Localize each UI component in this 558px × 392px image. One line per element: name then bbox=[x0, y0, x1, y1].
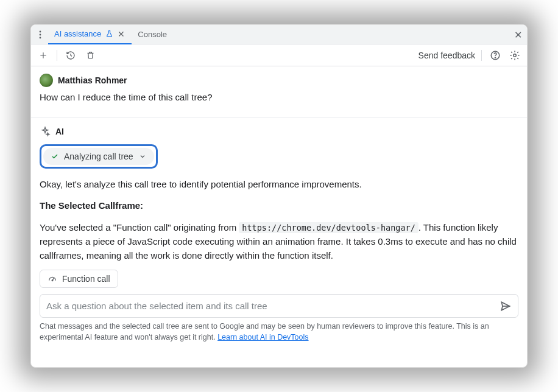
new-chat-button[interactable] bbox=[36, 48, 51, 63]
tab-label: AI assistance bbox=[54, 29, 101, 38]
tab-console[interactable]: Console bbox=[132, 25, 173, 44]
panel-window: AI assistance ✕ Console ✕ Send feedback bbox=[30, 24, 528, 368]
code-span: https://chrome.dev/devtools-hangar/ bbox=[239, 222, 418, 233]
delete-button[interactable] bbox=[83, 48, 97, 63]
sparkle-icon bbox=[40, 126, 51, 137]
ai-header: AI bbox=[40, 126, 518, 137]
send-feedback-link[interactable]: Send feedback bbox=[418, 51, 475, 60]
separator bbox=[481, 50, 482, 61]
plus-icon bbox=[39, 51, 48, 60]
gear-icon bbox=[509, 50, 520, 61]
chat-content: Matthias Rohmer How can I reduce the tim… bbox=[31, 66, 527, 367]
history-icon bbox=[66, 51, 76, 60]
tab-label: Console bbox=[138, 30, 167, 39]
history-button[interactable] bbox=[63, 48, 78, 63]
settings-button[interactable] bbox=[507, 48, 522, 63]
close-panel-button[interactable]: ✕ bbox=[514, 29, 522, 40]
svg-point-5 bbox=[514, 54, 517, 57]
close-tab-button[interactable]: ✕ bbox=[117, 29, 125, 39]
avatar bbox=[40, 74, 53, 87]
chevron-down-icon bbox=[138, 152, 147, 161]
chat-input-row bbox=[40, 294, 518, 318]
ai-heading: The Selected Callframe: bbox=[40, 200, 143, 211]
trash-icon bbox=[86, 51, 95, 60]
more-vertical-icon bbox=[39, 30, 41, 39]
check-icon bbox=[51, 152, 59, 161]
ai-label: AI bbox=[55, 127, 64, 136]
ai-paragraph: Okay, let's analyze this call tree to id… bbox=[40, 177, 518, 191]
analyze-status-text: Analyzing call tree bbox=[64, 152, 133, 161]
function-chip-label: Function call bbox=[62, 274, 110, 284]
user-name: Matthias Rohmer bbox=[58, 75, 127, 85]
ai-message-block: AI Analyzing call tree Okay, let's analy… bbox=[40, 117, 518, 349]
send-button[interactable] bbox=[498, 299, 513, 313]
user-message-block: Matthias Rohmer How can I reduce the tim… bbox=[40, 74, 518, 110]
help-icon bbox=[490, 50, 501, 61]
svg-point-2 bbox=[40, 37, 41, 38]
toolbar: Send feedback bbox=[31, 44, 527, 66]
svg-point-1 bbox=[40, 33, 41, 35]
user-message-text: How can I reduce the time of this call t… bbox=[40, 92, 518, 102]
function-call-chip[interactable]: Function call bbox=[40, 270, 118, 288]
send-icon bbox=[500, 300, 512, 312]
analyze-status-chip[interactable]: Analyzing call tree bbox=[43, 148, 154, 165]
gauge-icon bbox=[48, 274, 57, 284]
chat-input[interactable] bbox=[46, 297, 498, 315]
user-header: Matthias Rohmer bbox=[40, 74, 518, 87]
help-button[interactable] bbox=[488, 48, 503, 63]
svg-point-4 bbox=[495, 57, 495, 58]
svg-point-6 bbox=[52, 280, 53, 281]
learn-link[interactable]: Learn about AI in DevTools bbox=[217, 333, 308, 341]
separator bbox=[57, 50, 57, 61]
ai-paragraph: You've selected a "Function call" origin… bbox=[40, 220, 518, 263]
flask-icon bbox=[105, 30, 113, 38]
ai-response-text: Okay, let's analyze this call tree to id… bbox=[40, 177, 518, 262]
svg-point-0 bbox=[40, 30, 41, 32]
disclaimer-text: Chat messages and the selected call tree… bbox=[40, 321, 518, 349]
more-tabs-button[interactable] bbox=[35, 29, 46, 40]
tab-ai-assistance[interactable]: AI assistance ✕ bbox=[48, 25, 132, 44]
tab-bar: AI assistance ✕ Console ✕ bbox=[31, 25, 527, 44]
highlight-frame: Analyzing call tree bbox=[40, 144, 158, 169]
